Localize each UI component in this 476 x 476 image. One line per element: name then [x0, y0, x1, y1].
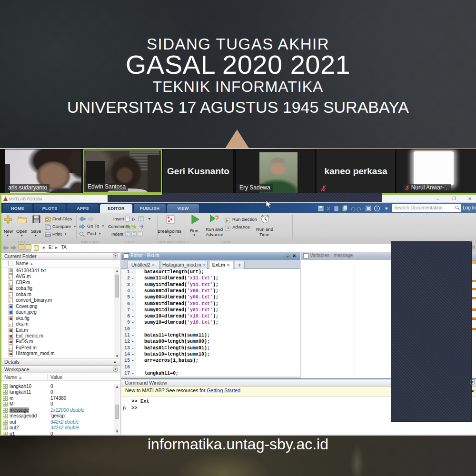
svg-text:fx: fx	[132, 217, 136, 221]
svg-text:?: ?	[376, 207, 378, 211]
svg-text:%: %	[131, 224, 136, 229]
svg-text:%: %	[126, 224, 130, 229]
